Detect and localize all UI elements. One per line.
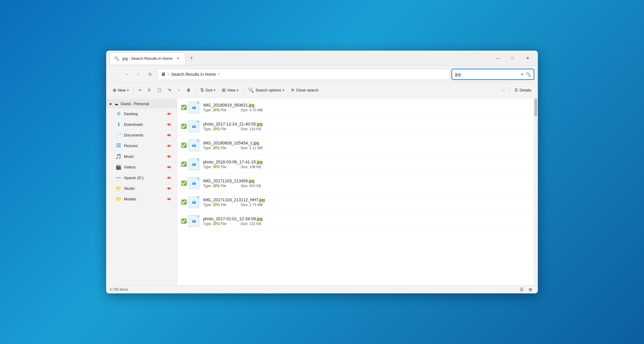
sidebar-item-models[interactable]: 📁 Models 📌 (107, 194, 176, 204)
sidebar-item-downloads[interactable]: ⬇ Downloads 📌 (107, 119, 176, 129)
paste-button[interactable]: 📋 (154, 86, 165, 94)
pin-icon: 📌 (166, 111, 172, 117)
list-view-button[interactable]: ☰ (518, 286, 525, 293)
view-button[interactable]: ⊞ View ▾ (219, 86, 241, 95)
file-meta: Type: JPG File Size: 122 KB (203, 222, 533, 226)
table-row[interactable]: ✅ 🏔 IMG_20171103_213112_HHT.jpg Type: JP… (177, 193, 538, 212)
search-box[interactable]: ✕ 🔍 (452, 69, 534, 80)
refresh-button[interactable]: ↻ (145, 69, 155, 79)
file-icon-wrap: 🏔 (188, 101, 200, 114)
back-button[interactable]: ← (110, 69, 120, 79)
up-button[interactable]: ↑ (133, 69, 143, 79)
scrollbar-thumb[interactable] (534, 99, 537, 116)
details-label: Details (520, 88, 531, 92)
pin-icon: 📌 (166, 175, 172, 181)
pin-icon: 📌 (166, 121, 172, 128)
sidebar-item-label: Models (124, 197, 136, 201)
share-button[interactable]: ↑ (175, 86, 183, 94)
details-button[interactable]: ☰ Details (512, 86, 534, 94)
search-input[interactable] (455, 72, 519, 77)
delete-button[interactable]: 🗑 (184, 86, 193, 94)
sort-chevron-icon: ▾ (214, 89, 215, 92)
videos-icon: 🎬 (116, 164, 122, 170)
breadcrumb[interactable]: 🖥 > Search Results in Home > (157, 69, 450, 80)
table-row[interactable]: ✅ 🏔 photo_2017-12-24_21-40-55.jpg Type: … (177, 117, 538, 136)
table-row[interactable]: ✅ 🏔 photo_2018-03-06_17-41-15.jpg Type: … (177, 155, 538, 174)
file-status-icon: ✅ (180, 105, 188, 110)
file-name: IMG_20180819_093621.jpg (203, 103, 533, 107)
copy-button[interactable]: ⎘ (145, 86, 153, 94)
rename-button[interactable]: ✎ (165, 86, 174, 94)
models-folder-icon: 📁 (116, 196, 122, 202)
more-icon: ··· (501, 88, 505, 92)
file-name: IMG_20171103_213112_HHT.jpg (203, 197, 533, 202)
toolbar-separator-2 (195, 87, 195, 94)
table-row[interactable]: ✅ 🏔 IMG_20180819_093621.jpg Type: JPG Fi… (177, 98, 538, 117)
forward-button[interactable]: → (122, 69, 132, 79)
cut-button[interactable]: ✂ (135, 86, 145, 94)
table-row[interactable]: ✅ 🏔 IMG_20171103_213456.jpg Type: JPG Fi… (177, 174, 538, 193)
sort-icon: ⇅ (200, 87, 204, 93)
maximize-button[interactable]: □ (506, 53, 520, 63)
file-name: IMG_20180609_105454_1.jpg (203, 141, 533, 145)
file-type-icon: 🏔 (189, 177, 199, 189)
breadcrumb-chevron: > (167, 72, 169, 76)
pin-icon: 📌 (166, 132, 172, 138)
active-tab[interactable]: 🔍 .jpg - Search Results in Home ✕ (110, 52, 185, 64)
sidebar-item-label: Pictures (124, 144, 138, 148)
sidebar-item-label: Desktop (124, 112, 138, 116)
search-options-chevron-icon: ▾ (283, 89, 284, 92)
file-type-icon: 🏔 (189, 139, 199, 151)
sidebar-item-label: Music (124, 154, 134, 159)
sidebar-item-documents[interactable]: 📄 Documents 📌 (107, 130, 176, 140)
music-icon: 🎵 (116, 153, 122, 159)
new-tab-button[interactable]: + (187, 53, 197, 63)
search-clear-button[interactable]: ✕ (520, 72, 524, 77)
sort-label: Sort (206, 88, 213, 92)
file-info: IMG_20180819_093621.jpg Type: JPG File S… (203, 103, 533, 112)
search-options-label: Search options (255, 88, 281, 92)
new-button[interactable]: ⊕ New ▾ (110, 86, 132, 95)
file-icon-wrap: 🏔 (188, 139, 200, 152)
window-controls: — □ ✕ (491, 53, 534, 63)
file-status-icon: ✅ (180, 199, 188, 205)
toolbar: ⊕ New ▾ ✂ ⎘ 📋 ✎ ↑ 🗑 ⇅ Sort ▾ ⊞ (106, 83, 538, 98)
sort-button[interactable]: ⇅ Sort ▾ (197, 86, 219, 95)
sidebar-item-videos[interactable]: 🎬 Videos 📌 (107, 162, 176, 172)
table-row[interactable]: ✅ 🏔 IMG_20180609_105454_1.jpg Type: JPG … (177, 136, 538, 155)
sidebar-item-desktop[interactable]: 🖥 Desktop 📌 (107, 109, 176, 119)
main-content: ▶ ☁ David - Personal 🖥 Desktop 📌 ⬇ Downl… (106, 98, 538, 285)
file-meta: Type: JPG File Size: 5.12 MB (203, 146, 533, 150)
file-meta: Type: JPG File Size: 2.75 MB (203, 203, 533, 207)
close-search-button[interactable]: ✕ Close search (288, 86, 321, 95)
tab-close-button[interactable]: ✕ (175, 55, 181, 61)
delete-icon: 🗑 (187, 88, 190, 92)
pin-icon: 📌 (166, 143, 172, 149)
minimize-button[interactable]: — (491, 53, 505, 63)
sidebar-item-apacer[interactable]: — Apacer (D:) 📌 (107, 173, 176, 183)
sidebar-item-studio[interactable]: 📁 Studio 📌 (107, 183, 176, 193)
table-row[interactable]: ✅ 🏔 photo_2017-01-01_12-34-59.jpg Type: … (177, 212, 538, 231)
more-button[interactable]: ··· (499, 86, 508, 94)
file-info: IMG_20171103_213456.jpg Type: JPG File S… (203, 179, 533, 188)
file-type-icon: 🏔 (189, 120, 199, 132)
toolbar-separator-4 (509, 87, 510, 94)
sidebar-header-david-personal[interactable]: ▶ ☁ David - Personal (106, 99, 177, 108)
documents-icon: 📄 (116, 132, 122, 138)
sidebar-item-label: Studio (124, 186, 135, 191)
file-status-icon: ✅ (180, 161, 188, 167)
sidebar-item-pictures[interactable]: 🖼 Pictures 📌 (107, 141, 176, 151)
address-bar: ← → ↑ ↻ 🖥 > Search Results in Home > ✕ 🔍 (106, 66, 538, 83)
grid-view-button[interactable]: ⊞ (527, 286, 534, 293)
breadcrumb-end-chevron: > (218, 72, 220, 76)
file-status-icon: ✅ (180, 180, 188, 186)
search-submit-icon[interactable]: 🔍 (526, 72, 531, 77)
sidebar-item-music[interactable]: 🎵 Music 📌 (107, 151, 176, 161)
file-name: photo_2017-01-01_12-34-59.jpg (203, 216, 533, 221)
close-button[interactable]: ✕ (521, 53, 534, 63)
file-list-scrollbar[interactable] (534, 98, 538, 285)
file-status-icon: ✅ (180, 142, 188, 148)
search-options-button[interactable]: 🔍 Search options ▾ (245, 86, 287, 95)
pin-icon: 📌 (166, 185, 172, 192)
view-controls: ☰ ⊞ (518, 286, 534, 293)
